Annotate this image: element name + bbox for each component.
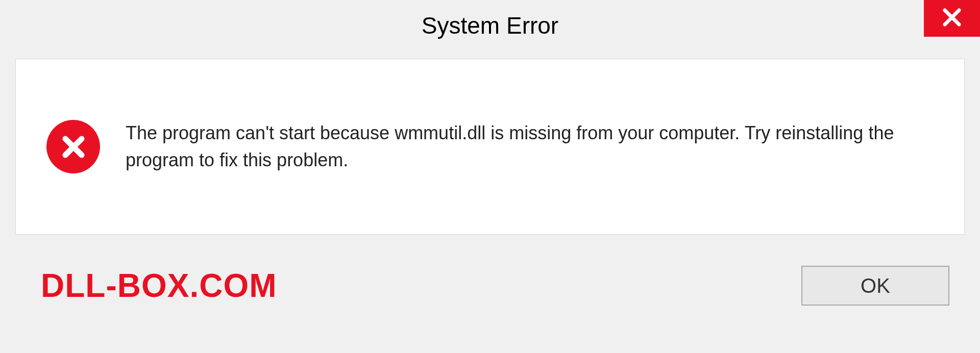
close-button[interactable] — [924, 0, 980, 37]
close-icon — [942, 7, 962, 30]
error-icon — [46, 120, 100, 173]
content-panel: The program can't start because wmmutil.… — [15, 59, 965, 235]
error-message: The program can't start because wmmutil.… — [126, 120, 934, 173]
ok-button[interactable]: OK — [801, 266, 949, 306]
dialog-header: System Error — [0, 0, 980, 51]
dialog-title: System Error — [422, 12, 558, 39]
dialog-footer: DLL-BOX.COM OK — [15, 235, 965, 337]
watermark-text: DLL-BOX.COM — [41, 267, 277, 305]
error-icon-wrap — [46, 120, 100, 173]
